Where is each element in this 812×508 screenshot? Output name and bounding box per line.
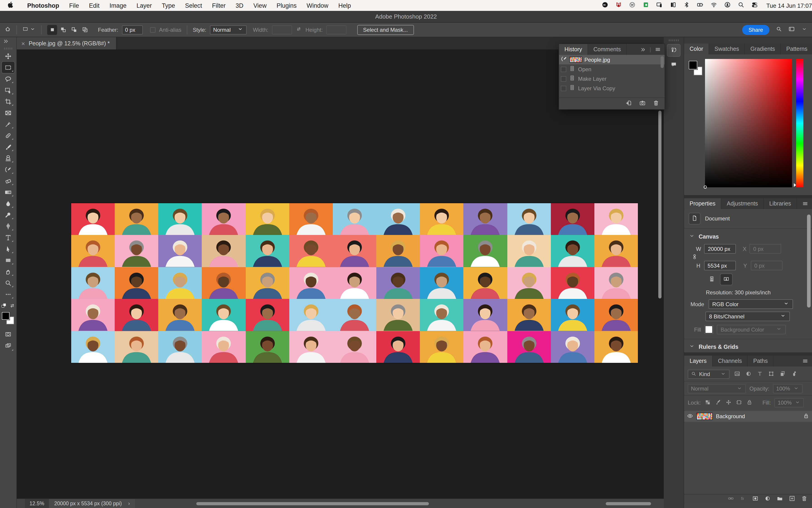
history-state-layer-via-copy[interactable]: Layer Via Copy	[559, 83, 665, 93]
menu-item-3d[interactable]: 3D	[231, 2, 249, 9]
history-state-open[interactable]: Open	[559, 65, 665, 74]
link-layers-icon[interactable]	[728, 495, 734, 503]
menu-item-select[interactable]: Select	[180, 2, 207, 9]
comments-rail-icon[interactable]	[667, 58, 680, 71]
eyedropper-tool[interactable]	[2, 118, 14, 130]
rulers-grids-section-header[interactable]: Rulers & Grids	[684, 339, 812, 354]
canvas-area[interactable]	[17, 49, 664, 499]
horizontal-scrollbar[interactable]	[196, 502, 429, 505]
sidecar-icon[interactable]	[656, 1, 663, 9]
blend-mode-select[interactable]: Normal	[688, 384, 746, 393]
share-button[interactable]: Share	[742, 25, 769, 35]
status-chevron-icon[interactable]: ›	[128, 501, 130, 506]
filter-type-layers-icon[interactable]	[757, 370, 763, 378]
panel-menu-icon[interactable]	[802, 358, 808, 364]
width-input[interactable]	[272, 25, 292, 34]
lasso-tool[interactable]	[2, 73, 14, 84]
canvas-section-header[interactable]: Canvas	[684, 228, 812, 243]
history-brush-source-icon[interactable]	[561, 56, 567, 64]
filter-shape-layers-icon[interactable]	[768, 370, 774, 378]
foreground-color-swatch[interactable]	[689, 61, 697, 70]
layer-fill-input[interactable]: 100%	[775, 398, 804, 407]
hue-strip[interactable]	[796, 59, 803, 187]
opacity-input[interactable]: 100%	[773, 384, 802, 393]
gradient-tool[interactable]	[2, 186, 14, 198]
brush-tool[interactable]	[2, 141, 14, 153]
lock-artboard-icon[interactable]	[736, 399, 742, 407]
object-selection-tool[interactable]	[2, 84, 14, 96]
notes-icon[interactable]	[643, 1, 649, 9]
workspace-switcher-icon[interactable]	[788, 26, 795, 34]
tab-channels[interactable]: Channels	[713, 355, 748, 367]
default-colors-icon[interactable]	[1, 302, 7, 310]
swap-colors-icon[interactable]	[9, 302, 15, 310]
menu-item-filter[interactable]: Filter	[207, 2, 231, 9]
fill-select[interactable]: Background Color	[717, 325, 786, 334]
mcafee-icon[interactable]	[616, 1, 622, 9]
history-source-well[interactable]	[561, 67, 566, 72]
canvas-x-input[interactable]: 0 px	[750, 244, 781, 254]
healing-brush-tool[interactable]	[2, 130, 14, 141]
search-icon[interactable]	[776, 26, 782, 34]
collapse-panel-icon[interactable]	[640, 46, 646, 52]
new-adjustment-layer-icon[interactable]	[764, 495, 771, 503]
panel-menu-icon[interactable]	[655, 46, 661, 53]
swap-width-height-icon[interactable]	[296, 26, 302, 34]
history-brush-tool[interactable]	[2, 164, 14, 175]
tab-libraries[interactable]: Libraries	[764, 198, 797, 209]
document-info[interactable]: 20000 px x 5534 px (300 ppi) ›	[49, 499, 135, 508]
properties-scrollbar[interactable]	[807, 215, 811, 307]
menu-item-plugins[interactable]: Plugins	[272, 2, 302, 9]
account-icon[interactable]	[724, 1, 731, 9]
home-icon[interactable]	[5, 26, 11, 34]
menu-item-view[interactable]: View	[249, 2, 272, 9]
tab-layers[interactable]: Layers	[684, 355, 713, 367]
foreground-color-swatch[interactable]	[2, 312, 9, 320]
control-center-icon[interactable]	[752, 1, 758, 9]
add-mask-icon[interactable]	[752, 495, 759, 503]
battery-icon[interactable]	[697, 1, 704, 9]
dodge-tool[interactable]	[2, 209, 14, 220]
type-tool[interactable]	[2, 232, 14, 243]
creative-cloud-icon[interactable]: ∞	[602, 1, 608, 9]
layer-thumbnail[interactable]	[697, 413, 712, 420]
pen-tool[interactable]	[2, 220, 14, 232]
new-snapshot-icon[interactable]	[639, 100, 646, 108]
height-input[interactable]	[326, 25, 346, 34]
apple-menu-icon[interactable]	[7, 1, 14, 9]
zoom-level-field[interactable]: 12.5%	[25, 499, 49, 508]
menu-item-image[interactable]: Image	[104, 2, 132, 9]
blur-tool[interactable]	[2, 198, 14, 209]
link-dimensions-icon[interactable]	[691, 253, 698, 261]
new-layer-icon[interactable]	[789, 495, 795, 503]
hand-tool[interactable]	[2, 266, 14, 277]
new-document-from-state-icon[interactable]	[626, 100, 632, 108]
filter-toggle-icon[interactable]	[791, 370, 797, 378]
tab-patterns[interactable]: Patterns	[781, 44, 812, 54]
tab-paths[interactable]: Paths	[748, 355, 774, 367]
spotlight-icon[interactable]	[738, 1, 745, 9]
history-state-people-jpg[interactable]: People.jpg	[559, 55, 665, 65]
feather-input[interactable]: 0 px	[122, 25, 143, 34]
bluetooth-icon[interactable]	[683, 1, 690, 9]
filter-adjustment-layers-icon[interactable]	[746, 370, 752, 378]
style-select[interactable]: Normal	[210, 25, 246, 34]
w-badge-icon[interactable]	[629, 1, 636, 9]
anti-alias-checkbox[interactable]	[150, 27, 155, 33]
tab-comments[interactable]: Comments	[588, 44, 627, 55]
collapse-toolbar-icon[interactable]	[3, 38, 9, 46]
select-and-mask-button[interactable]: Select and Mask...	[357, 25, 414, 35]
tool-preset-picker[interactable]	[22, 26, 36, 34]
color-mode-select[interactable]: RGB Color	[709, 299, 793, 309]
lock-transparency-icon[interactable]	[704, 399, 711, 407]
vertical-scrollbar[interactable]	[658, 111, 662, 298]
portrait-orientation-button[interactable]	[706, 274, 718, 285]
tab-swatches[interactable]: Swatches	[709, 44, 745, 54]
history-source-well[interactable]	[561, 85, 566, 91]
wifi-icon[interactable]	[711, 1, 718, 9]
chevron-down-icon[interactable]	[801, 26, 807, 34]
history-source-well[interactable]	[561, 76, 566, 81]
add-selection-button[interactable]	[58, 25, 68, 35]
lock-all-icon[interactable]	[746, 399, 752, 407]
path-selection-tool[interactable]	[2, 243, 14, 254]
